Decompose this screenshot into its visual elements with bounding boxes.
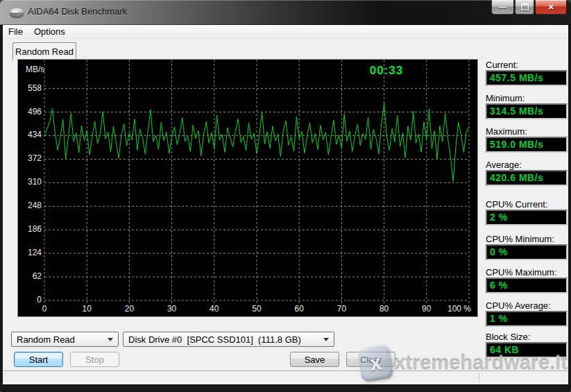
minimize-button[interactable]: —: [491, 0, 514, 15]
y-axis-tick-label: 124: [19, 248, 42, 257]
window-title: AIDA64 Disk Benchmark: [28, 6, 127, 17]
stat-label-0: Current:: [486, 60, 563, 70]
y-axis-tick-label: 248: [19, 201, 42, 210]
stat-label-1: Minimum:: [486, 93, 563, 103]
menu-bar: File Options: [3, 25, 568, 39]
test-type-select[interactable]: Random Read: [11, 332, 119, 347]
stat-label-8: Block Size:: [486, 332, 563, 342]
x-axis-tick-label: 30: [157, 304, 187, 314]
x-axis-tick-label: 10: [71, 304, 102, 314]
y-axis-tick-label: 496: [19, 107, 42, 117]
stat-value-5: 0 %: [486, 244, 568, 260]
x-axis-tick-label: 20: [114, 304, 144, 314]
status-bar-divider: [479, 373, 479, 382]
stat-label-5: CPU% Minimum:: [486, 234, 563, 244]
x-axis-tick-label: 80: [369, 304, 400, 314]
chart-plot: [18, 60, 477, 316]
x-axis-tick-label: 40: [199, 304, 230, 314]
chevron-down-icon: [323, 338, 329, 341]
stat-label-3: Average:: [486, 160, 563, 170]
stat-label-4: CPU% Current:: [486, 199, 563, 210]
stat-value-2: 519.0 MB/s: [486, 137, 568, 153]
menu-file[interactable]: File: [3, 26, 28, 37]
menu-options[interactable]: Options: [28, 26, 71, 37]
stat-value-0: 457.5 MB/s: [486, 70, 568, 86]
stat-value-7: 1 %: [486, 311, 568, 327]
stat-value-3: 420.6 MB/s: [486, 170, 568, 186]
tab-random-read[interactable]: Random Read: [12, 42, 76, 60]
maximize-icon: [521, 3, 529, 10]
y-axis-tick-label: 186: [19, 224, 42, 234]
start-button[interactable]: Start: [14, 352, 63, 367]
disk-drive-icon: [10, 8, 24, 17]
maximize-button[interactable]: [515, 0, 534, 15]
y-axis-tick-label: 0: [19, 295, 42, 305]
disk-drive-value: Disk Drive #0 [SPCC SSD101] (111.8 GB): [128, 334, 323, 345]
x-axis-tick-label: 50: [241, 304, 272, 314]
stop-button[interactable]: Stop: [70, 352, 119, 367]
app-window: AIDA64 Disk Benchmark — ✕ File Options R…: [0, 0, 571, 392]
save-button[interactable]: Save: [290, 352, 339, 367]
y-axis-tick-label: 62: [19, 271, 42, 281]
y-axis-tick-label: 434: [19, 130, 42, 139]
benchmark-chart: MB/s 00:33 0102030405060708090100 %06212…: [17, 59, 478, 317]
x-axis-tick-label: 60: [284, 304, 314, 314]
status-bar: [3, 370, 568, 384]
close-button[interactable]: ✕: [535, 0, 567, 15]
stat-label-6: CPU% Maximum:: [486, 267, 563, 278]
y-axis-tick-label: 310: [19, 177, 42, 187]
y-axis-tick-label: 558: [19, 83, 42, 93]
test-type-value: Random Read: [17, 334, 108, 345]
stat-value-1: 314.5 MB/s: [486, 103, 568, 119]
x-axis-tick-label: 90: [411, 304, 442, 314]
y-axis-tick-label: 372: [19, 153, 42, 163]
close-icon: ✕: [547, 3, 554, 12]
x-axis-tick-label: 100 %: [444, 304, 475, 314]
stat-label-7: CPU% Average:: [486, 300, 563, 311]
stat-value-8: 64 KB: [486, 342, 568, 358]
x-axis-tick-label: 0: [29, 304, 60, 314]
x-axis-tick-label: 70: [326, 304, 357, 314]
stat-label-2: Maximum:: [486, 126, 563, 137]
clear-button[interactable]: Clear: [346, 352, 395, 367]
minimize-icon: —: [499, 3, 506, 11]
title-bar[interactable]: AIDA64 Disk Benchmark — ✕: [0, 0, 571, 25]
disk-drive-select[interactable]: Disk Drive #0 [SPCC SSD101] (111.8 GB): [123, 332, 334, 347]
chevron-down-icon: [108, 338, 113, 341]
stat-value-6: 6 %: [486, 278, 568, 293]
tab-label: Random Read: [15, 46, 74, 57]
stat-value-4: 2 %: [486, 210, 568, 225]
